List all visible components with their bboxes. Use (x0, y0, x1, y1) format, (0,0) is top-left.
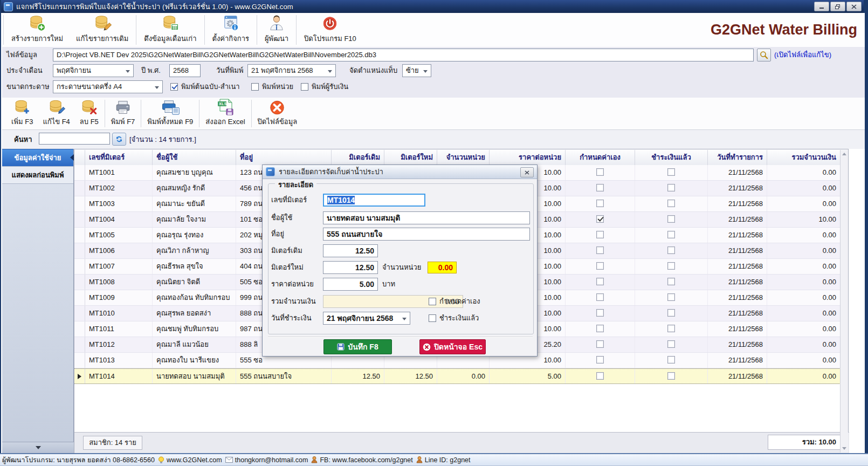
paper-size-dropdown[interactable]: กระดาษขนาดครึ่ง A4 (53, 80, 163, 93)
sidebar-item-print-preview[interactable]: แสดงผลก่อนพิมพ์ (2, 167, 73, 184)
paid-checkbox[interactable] (667, 340, 675, 348)
sidebar-collapse-button[interactable] (2, 442, 74, 453)
column-header-addr[interactable]: ที่อยู่ (236, 150, 332, 165)
close-dialog-button[interactable]: ปิดหน้าจอ Esc (419, 339, 486, 354)
minimize-button[interactable] (814, 2, 829, 11)
edit-button[interactable]: แก้ไข F4 (38, 98, 74, 129)
paid-checkbox[interactable] (667, 262, 675, 270)
print-date-dropdown[interactable]: 21 พฤศจิกายน 2568 (247, 64, 336, 77)
paid-checkbox[interactable] (667, 325, 675, 332)
column-header-custom[interactable]: กำหนดค่าเอง (566, 150, 635, 165)
add-button[interactable]: เพิ่ม F3 (6, 98, 38, 129)
print-units-checkbox[interactable] (251, 83, 259, 91)
paid-checkbox[interactable] (667, 231, 675, 238)
selected-text: MT1014 (327, 196, 355, 204)
restore-button[interactable] (830, 2, 845, 11)
cell-custom (566, 337, 635, 352)
paid-checkbox[interactable] (667, 309, 675, 317)
developer-icon (266, 15, 287, 32)
custom-checkbox[interactable] (596, 215, 604, 223)
cell-custom (566, 181, 635, 196)
column-header-date[interactable]: วันที่ทำรายการ (708, 150, 767, 165)
paid-checkbox[interactable] (667, 184, 675, 191)
paid-checkbox[interactable] (667, 356, 675, 364)
column-header-price[interactable]: ราคาต่อหน่วย (490, 150, 566, 165)
print-all-button[interactable]: พิมพ์ทั้งหมด F9 (142, 98, 198, 129)
table-row[interactable]: MT1014นายทดสอบ นามสมมุติ555 ถนนสบายใจ12.… (74, 368, 848, 384)
cell-name: คุณอรุณ รุ่งทอง (153, 228, 236, 243)
column-header-old[interactable]: มิเตอร์เดิม (332, 150, 384, 165)
column-header-new[interactable]: มิเตอร์ใหม่ (384, 150, 437, 165)
developer-button[interactable]: ผู้พัฒนา (258, 13, 295, 47)
address-field[interactable]: 555 ถนนสบายใจ (323, 228, 530, 241)
column-header-name[interactable]: ชื่อผู้ใช้ (153, 150, 236, 165)
pull-old-data-button[interactable]: ดึงข้อมูลเดือนเก่า (137, 13, 203, 47)
custom-checkbox[interactable] (596, 340, 604, 348)
tab-align-label: จัดตำแหน่งแท็บ (349, 64, 397, 77)
custom-checkbox[interactable] (596, 168, 604, 176)
paid-checkbox[interactable] (667, 278, 675, 285)
column-header-meter[interactable]: เลขที่มิเตอร์ (85, 150, 153, 165)
delete-button[interactable]: ลบ F5 (75, 98, 104, 129)
custom-checkbox[interactable] (596, 293, 604, 301)
save-button[interactable]: บันทึก F8 (323, 339, 392, 354)
paid-checkbox[interactable] (429, 314, 436, 322)
new-meter-field[interactable]: 12.50 (323, 261, 378, 274)
search-input[interactable] (39, 133, 110, 145)
custom-checkbox[interactable] (596, 356, 604, 364)
custom-checkbox[interactable] (596, 278, 604, 285)
custom-checkbox[interactable] (596, 246, 604, 254)
paid-checkbox[interactable] (667, 215, 675, 223)
unit-price-field[interactable]: 5.00 (323, 278, 378, 291)
print-button[interactable]: พิมพ์ F7 (106, 98, 140, 129)
paid-checkbox[interactable] (667, 293, 675, 301)
custom-checkbox[interactable] (596, 325, 604, 332)
paid-checkbox[interactable] (667, 168, 675, 176)
exit-program-button[interactable]: ปิดโปรแกรม F10 (298, 13, 363, 47)
print-receiver-checkbox[interactable] (301, 83, 308, 91)
sidebar-item-expense-data[interactable]: ข้อมูลค่าใช้จ่าย (2, 149, 73, 167)
custom-value-label: กำหนดค่าเอง (439, 297, 480, 306)
refresh-button[interactable] (112, 133, 126, 146)
cell-price: 5.00 (490, 369, 566, 383)
column-header-total[interactable]: รวมจำนวนเงิน (767, 150, 841, 165)
pay-date-label: วันที่ชำระเงิน (271, 312, 312, 325)
custom-checkbox[interactable] (596, 200, 604, 207)
business-settings-button[interactable]: ตั้งค่ากิจการ (206, 13, 256, 47)
paid-checkbox[interactable] (667, 246, 675, 254)
old-meter-label: มิเตอร์เดิม (271, 244, 302, 257)
dialog-icon (266, 167, 275, 176)
search-bar: ค้นหา [จำนวน : 14 รายการ.] (2, 130, 865, 149)
edit-record-button[interactable]: แก้ไขรายการเดิม (70, 13, 135, 47)
browse-file-button[interactable] (757, 49, 771, 61)
status-text: FB: www.facebook.com/g2gnet (320, 456, 412, 464)
pay-date-dropdown[interactable]: 21 พฤศจิกายน 2568 (323, 312, 410, 325)
data-file-path-field[interactable]: D:\Project VB.NET Dev 2025\G2GNetWaterBi… (53, 49, 754, 61)
column-header-paid[interactable]: ชำระเงินแล้ว (635, 150, 708, 165)
custom-checkbox[interactable] (596, 184, 604, 191)
column-header-units[interactable]: จำนวนหน่วย (437, 150, 490, 165)
year-field[interactable]: 2568 (169, 64, 201, 77)
vertical-scrollbar[interactable] (840, 150, 848, 453)
close-file-button[interactable]: ปิดไฟล์ข้อมูล (253, 98, 302, 129)
print-date-label: วันที่พิมพ์ (216, 64, 243, 77)
month-dropdown[interactable]: พฤศจิกายน (53, 64, 134, 77)
custom-checkbox[interactable] (596, 262, 604, 270)
custom-checkbox[interactable] (596, 231, 604, 238)
user-name-field[interactable]: นายทดสอบ นามสมมุติ (323, 211, 530, 224)
new-record-button[interactable]: สร้างรายการใหม่ (5, 13, 70, 47)
custom-checkbox[interactable] (596, 309, 604, 317)
meter-no-field[interactable]: MT1014 (323, 194, 425, 207)
bulb-icon (158, 456, 164, 464)
custom-value-checkbox[interactable] (429, 298, 436, 305)
paid-checkbox[interactable] (667, 200, 675, 207)
dialog-close-button[interactable] (520, 167, 534, 177)
paid-checkbox[interactable] (667, 372, 675, 380)
current-row-arrow-icon (78, 374, 81, 379)
print-original-copy-checkbox[interactable] (170, 83, 178, 91)
tab-align-dropdown[interactable]: ซ้าย (402, 64, 431, 77)
custom-checkbox[interactable] (596, 372, 604, 380)
old-meter-field[interactable]: 12.50 (323, 244, 378, 257)
close-button[interactable] (846, 2, 862, 11)
export-excel-button[interactable]: XLS ส่งออก Excel (201, 98, 250, 129)
